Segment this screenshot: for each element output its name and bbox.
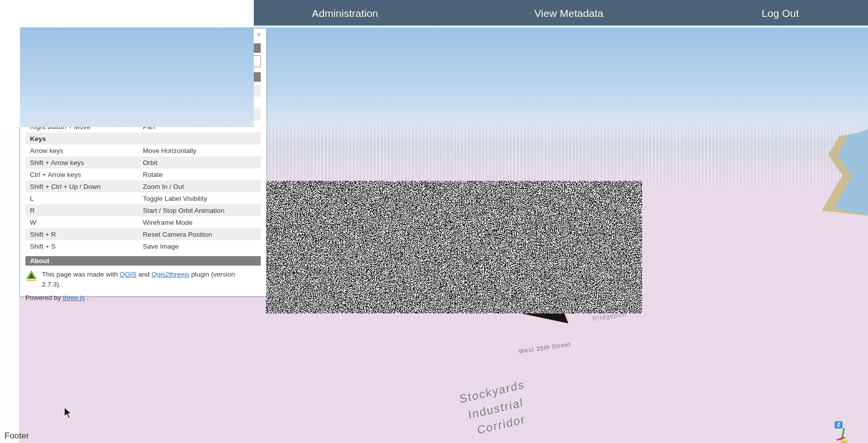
building-patch	[299, 279, 358, 288]
axis-y-label: y	[841, 440, 848, 443]
brand-title: QuartzMap	[89, 6, 150, 20]
table-row: Shift + Ctrl + Up / DownZoom In / Out	[25, 180, 261, 192]
park-patch	[660, 247, 730, 260]
table-row: Shift + RReset Camera Position	[25, 228, 261, 240]
powered-by-text: Powered by three.js .	[25, 294, 261, 301]
info-icon[interactable]	[4, 56, 16, 68]
nav-administration[interactable]: Administration	[312, 0, 378, 26]
qgis2threejs-link[interactable]: Qgis2threejs	[152, 271, 189, 278]
park-patch	[364, 245, 435, 254]
section-header-current-view-url: Current View URL	[25, 43, 261, 53]
table-row: Mouse	[25, 85, 261, 97]
table-row: Left button + MoveOrbit	[25, 97, 261, 109]
top-navigation-bar: QuartzMap Administration View Metadata L…	[0, 0, 868, 26]
table-row: Shift + Arrow keysOrbit	[25, 156, 261, 168]
axes-gizmo: Z y	[833, 420, 863, 443]
table-row: Mouse WheelZoom	[25, 109, 261, 121]
threejs-link[interactable]: three.js	[63, 294, 85, 301]
footer-label: Footer	[4, 431, 29, 441]
table-row: Ctrl + Arrow keysRotate	[25, 168, 261, 180]
building-patch	[463, 253, 496, 258]
building-patch	[736, 267, 802, 277]
railyard-area	[20, 326, 774, 443]
table-row: Right button + MovePan	[25, 121, 261, 133]
table-row: Shift + SSave Image	[25, 240, 261, 252]
document-icon	[75, 7, 85, 19]
nav-log-out[interactable]: Log Out	[762, 0, 799, 26]
left-toolbar	[0, 27, 20, 443]
table-row: RStart / Stop Orbit Animation	[25, 204, 261, 216]
table-row: WWireframe Mode	[25, 216, 261, 228]
print-icon[interactable]	[4, 79, 16, 91]
brand-home-link[interactable]: QuartzMap	[75, 0, 150, 26]
usage-table: Mouse Left button + MoveOrbit Mouse Whee…	[25, 85, 261, 252]
layers-icon[interactable]	[4, 33, 16, 45]
building-patch	[804, 347, 868, 383]
table-row: LToggle Label Visibility	[25, 192, 261, 204]
close-icon[interactable]: ×	[256, 30, 261, 39]
building-patch	[636, 304, 735, 322]
section-header-about: About	[25, 256, 261, 266]
section-header-usage: Usage	[25, 72, 261, 82]
nav-view-metadata[interactable]: View Metadata	[534, 0, 604, 26]
axis-z-label: Z	[835, 421, 843, 429]
park-patch	[535, 238, 593, 244]
qgis2threejs-logo-icon	[25, 270, 37, 281]
qgis-link[interactable]: QGIS	[120, 271, 137, 278]
info-panel: × Current View URL Usage Mouse Left butt…	[20, 28, 266, 296]
table-row: Keys	[25, 133, 261, 145]
current-view-url-input[interactable]	[25, 55, 261, 67]
building-patch	[546, 283, 606, 294]
table-row: Arrow keysMove Horizontally	[25, 145, 261, 156]
about-text: This page was made with QGIS and Qgis2th…	[42, 270, 241, 289]
